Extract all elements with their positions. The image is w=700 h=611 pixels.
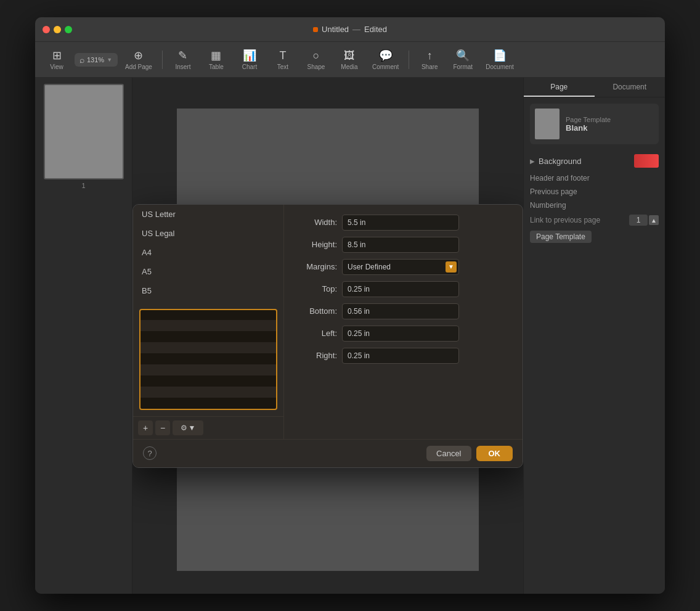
document-dot-icon xyxy=(313,27,318,32)
stepper-up-button[interactable]: ▲ xyxy=(649,215,659,225)
bottom-input[interactable] xyxy=(342,303,459,319)
view-label: View xyxy=(50,64,63,70)
right-panel-content: Page Template Blank ▶ Background Header … xyxy=(524,97,665,252)
height-row: Height: xyxy=(294,237,459,253)
gear-icon: ⚙ xyxy=(181,424,187,432)
list-item-a5[interactable]: A5 xyxy=(133,262,283,281)
template-info: Page Template Blank xyxy=(566,116,611,133)
tab-page-label: Page xyxy=(550,83,568,91)
toolbar-view[interactable]: ⊞ View xyxy=(41,46,72,73)
margins-select[interactable]: User Defined Normal Narrow Wide None xyxy=(342,259,459,275)
remove-size-button[interactable]: − xyxy=(155,420,170,435)
zoom-value: 131% xyxy=(87,56,104,64)
main-area: 1 US Letter US Legal A4 A5 xyxy=(35,78,665,594)
chart-icon: 📊 xyxy=(243,49,256,62)
cancel-button[interactable]: Cancel xyxy=(426,446,471,461)
page-number: 1 xyxy=(41,182,126,189)
background-arrow-icon: ▶ xyxy=(530,158,535,165)
minimize-button[interactable] xyxy=(54,26,61,33)
shape-icon: ○ xyxy=(313,49,320,62)
toolbar-sep-2 xyxy=(409,51,409,69)
media-label: Media xyxy=(341,64,357,70)
ok-button[interactable]: OK xyxy=(476,446,513,461)
app-window: Untitled — Edited ⊞ View ⌕ 131% ▼ ⊕ Add … xyxy=(35,17,665,594)
background-color-swatch[interactable] xyxy=(634,154,659,168)
toolbar-text[interactable]: T Text xyxy=(267,47,298,73)
left-input[interactable] xyxy=(342,326,459,342)
list-item-b5[interactable]: B5 xyxy=(133,281,283,300)
right-input[interactable] xyxy=(342,348,459,364)
page-number-stepper: 1 ▲ xyxy=(629,215,659,226)
right-panel: Page Document Page Template Blank ▶ Back… xyxy=(523,78,665,594)
traffic-lights xyxy=(43,26,72,33)
toolbar-add-page[interactable]: ⊕ Add Page xyxy=(120,46,157,73)
page-number-value: 1 xyxy=(629,215,648,226)
help-button[interactable]: ? xyxy=(143,446,157,460)
dialog-list-controls: + − ⚙ ▼ xyxy=(133,416,283,439)
toolbar-sep-1 xyxy=(162,51,163,69)
gear-arrow-icon: ▼ xyxy=(189,424,196,432)
margins-select-wrapper: User Defined Normal Narrow Wide None ▼ xyxy=(342,259,459,275)
canvas-area[interactable]: US Letter US Legal A4 A5 B5 Japanese B5 … xyxy=(132,78,523,594)
toolbar-media[interactable]: 🖼 Media xyxy=(334,47,365,73)
dialog-overlay: US Letter US Legal A4 A5 B5 Japanese B5 … xyxy=(132,78,523,594)
dialog-list-items: US Letter US Legal A4 A5 B5 Japanese B5 … xyxy=(133,205,283,303)
right-panel-tabs: Page Document xyxy=(524,78,665,97)
toolbar-zoom[interactable]: ⌕ 131% ▼ xyxy=(75,53,118,67)
background-section-header[interactable]: ▶ Background xyxy=(530,150,659,171)
toolbar-share[interactable]: ↑ Share xyxy=(414,47,445,73)
numbering-label: Numbering xyxy=(530,201,566,210)
width-input[interactable] xyxy=(342,215,459,231)
text-label: Text xyxy=(277,64,288,70)
tab-page[interactable]: Page xyxy=(524,78,595,97)
list-item-japanese-b5[interactable]: Japanese B5 xyxy=(133,300,283,303)
document-label: Document xyxy=(486,64,514,70)
footer-buttons: Cancel OK xyxy=(426,446,513,461)
dialog-preview xyxy=(139,309,277,410)
maximize-button[interactable] xyxy=(65,26,72,33)
list-item-a4[interactable]: A4 xyxy=(133,243,283,262)
left-row: Left: xyxy=(294,326,459,342)
insert-label: Insert xyxy=(175,64,190,70)
add-size-button[interactable]: + xyxy=(138,420,153,435)
background-section-title: Background xyxy=(539,157,581,166)
toolbar-chart[interactable]: 📊 Chart xyxy=(234,46,265,73)
top-input[interactable] xyxy=(342,281,459,297)
table-icon: ▦ xyxy=(211,49,221,62)
view-icon: ⊞ xyxy=(52,49,62,62)
list-item-us-legal[interactable]: US Legal xyxy=(133,224,283,243)
width-row: Width: xyxy=(294,215,459,231)
format-label: Format xyxy=(453,64,473,70)
document-icon: 📄 xyxy=(493,49,507,62)
gear-dropdown-button[interactable]: ⚙ ▼ xyxy=(173,420,203,435)
top-row: Top: xyxy=(294,281,459,297)
height-label: Height: xyxy=(294,240,337,249)
window-title: Untitled — Edited xyxy=(313,25,387,34)
height-input[interactable] xyxy=(342,237,459,253)
dialog-content: US Letter US Legal A4 A5 B5 Japanese B5 … xyxy=(133,205,523,439)
toolbar-table[interactable]: ▦ Table xyxy=(201,46,232,73)
right-row: Right: xyxy=(294,348,459,364)
page-thumbnail[interactable] xyxy=(44,84,124,179)
comment-label: Comment xyxy=(372,64,399,70)
close-button[interactable] xyxy=(43,26,50,33)
insert-icon: ✎ xyxy=(178,49,187,62)
template-name: Blank xyxy=(566,123,611,133)
toolbar-comment[interactable]: 💬 Comment xyxy=(367,46,404,73)
dialog-footer: ? Cancel OK xyxy=(133,439,523,467)
template-label: Page Template xyxy=(566,116,611,123)
toolbar-shape[interactable]: ○ Shape xyxy=(301,47,332,73)
toolbar-insert[interactable]: ✎ Insert xyxy=(168,46,198,73)
page-template-button[interactable]: Page Template xyxy=(530,231,592,243)
comment-icon: 💬 xyxy=(379,49,393,62)
tab-document[interactable]: Document xyxy=(595,78,665,97)
list-item-us-letter[interactable]: US Letter xyxy=(133,205,283,224)
page-template-section: Page Template Blank xyxy=(530,104,659,144)
header-footer-option: Header and footer xyxy=(530,171,659,185)
zoom-arrow-icon: ▼ xyxy=(107,57,112,63)
toolbar-format[interactable]: 🔍 Format xyxy=(447,46,478,73)
titlebar: Untitled — Edited xyxy=(35,17,665,42)
toolbar-document[interactable]: 📄 Document xyxy=(481,46,519,73)
title-separator: — xyxy=(352,25,360,34)
template-thumbnail xyxy=(535,109,560,139)
